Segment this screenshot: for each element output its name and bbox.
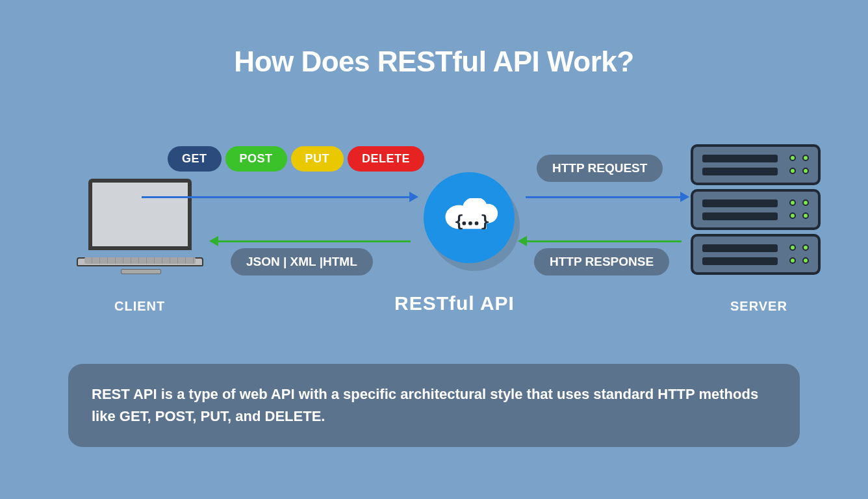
http-methods-row: GET POST PUT DELETE	[168, 146, 424, 172]
server-stack-icon	[691, 144, 821, 279]
server-rack-icon	[691, 144, 821, 185]
laptop-icon	[77, 179, 203, 279]
arrow-client-to-api	[142, 196, 411, 198]
server-caption: SERVER	[730, 299, 787, 314]
description-box: REST API is a type of web API with a spe…	[68, 364, 800, 447]
api-cloud-icon: { }	[424, 172, 515, 263]
server-rack-icon	[691, 189, 821, 230]
method-get-pill: GET	[168, 146, 222, 172]
arrow-api-to-server	[526, 196, 682, 198]
svg-text:}: }	[480, 212, 490, 231]
svg-point-1	[462, 222, 466, 225]
arrow-server-to-api	[526, 240, 682, 242]
response-formats-label: JSON | XML |HTML	[231, 248, 373, 275]
method-post-pill: POST	[225, 146, 287, 172]
svg-text:{: {	[454, 212, 464, 231]
api-caption: RESTful API	[394, 292, 515, 314]
arrow-api-to-client	[217, 240, 411, 242]
svg-point-3	[475, 222, 479, 225]
method-put-pill: PUT	[291, 146, 344, 172]
server-rack-icon	[691, 234, 821, 275]
svg-point-2	[468, 222, 472, 225]
diagram-title: How Does RESTful API Work?	[0, 45, 868, 78]
method-delete-pill: DELETE	[348, 146, 424, 172]
client-caption: CLIENT	[114, 299, 165, 314]
http-response-label: HTTP RESPONSE	[534, 248, 669, 275]
http-request-label: HTTP REQUEST	[537, 155, 663, 182]
